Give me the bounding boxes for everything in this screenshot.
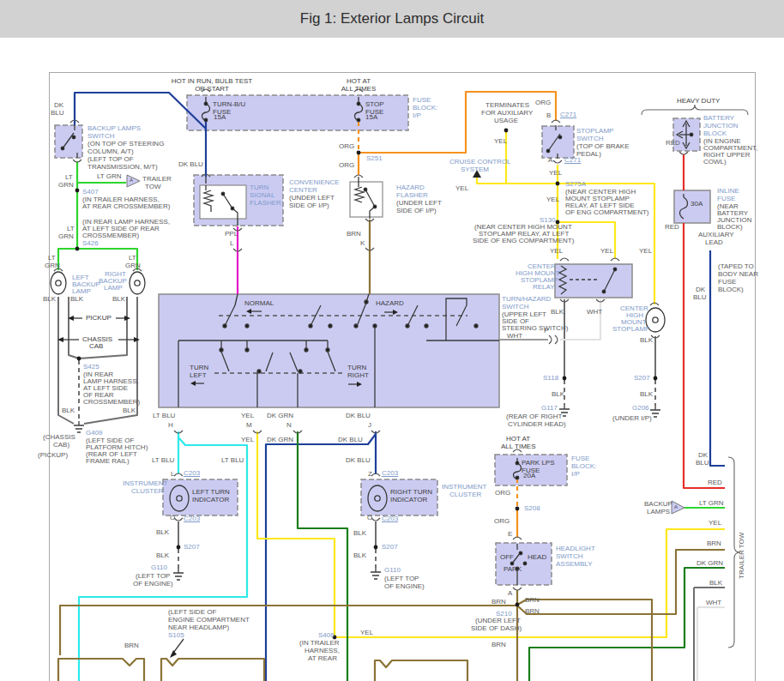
backup-lamps-switch-box <box>55 125 82 158</box>
app-window: Fig 1: Exterior Lamps Circuit <box>0 0 784 681</box>
trailer-tow-brace <box>728 457 740 648</box>
left-backup-lamp <box>51 272 66 294</box>
connector-c203[interactable]: C203 <box>184 515 200 522</box>
park-lps-fuse-box <box>495 455 567 485</box>
center-high-mount-stoplamp <box>646 308 665 332</box>
connector-c271[interactable]: C271 <box>560 111 576 118</box>
connector-c203[interactable]: C203 <box>184 470 200 477</box>
inline-fuse-box <box>674 190 710 223</box>
stoplamp-switch-box <box>542 126 574 158</box>
cruise-control-arrow <box>473 170 481 178</box>
connector-c203[interactable]: C203 <box>382 515 398 522</box>
trailer-tow-connector-triangle <box>127 175 140 187</box>
connector-c203[interactable]: C203 <box>382 470 398 477</box>
fuse-block-ip-box <box>187 95 408 130</box>
backup-lamps-connector-triangle <box>672 501 684 514</box>
connector-c271[interactable]: C271 <box>564 157 581 164</box>
wiring-diagram-canvas <box>0 0 784 681</box>
left-turn-indicator-box <box>163 479 238 515</box>
right-backup-lamp <box>130 272 145 294</box>
lt-blu-wires <box>79 431 247 681</box>
wht-wires <box>560 299 725 681</box>
heavy-duty-brace <box>642 105 748 115</box>
